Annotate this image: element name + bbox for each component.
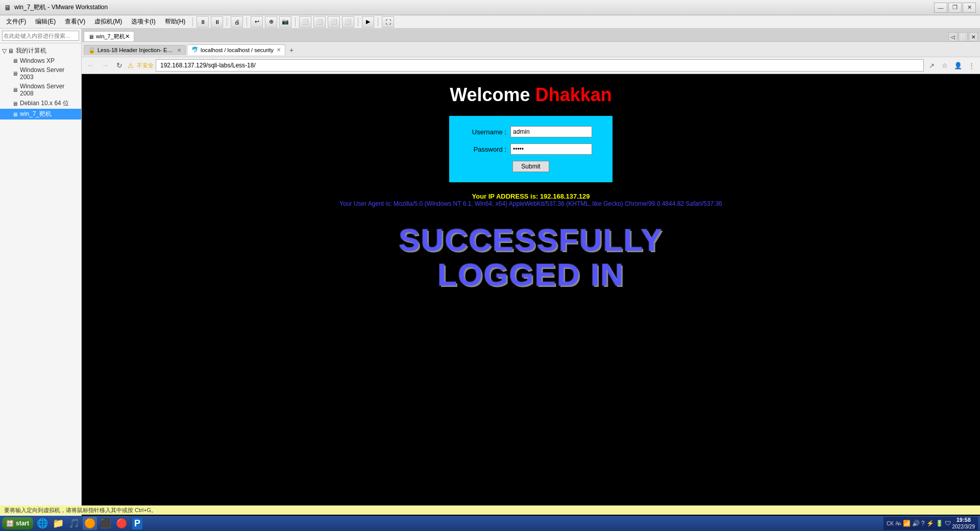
tray-sound[interactable]: 🔊 [912,520,920,527]
menu-view[interactable]: 查看(V) [61,16,89,28]
sidebar-root-group[interactable]: ▽ 🖥 我的计算机 [0,45,81,56]
toolbar-section5: ▶ [361,16,375,28]
new-tab-button[interactable]: + [286,45,297,55]
back-button[interactable]: ← [85,59,97,71]
burp-icon: 🔴 [116,518,127,529]
menu-icon[interactable]: ⋮ [966,60,977,71]
fullscreen-btn[interactable]: ⛶ [382,16,394,28]
sidebar-item-label5: win_7_靶机 [20,110,52,118]
menu-tabs[interactable]: 选项卡(I) [127,16,159,28]
menu-file[interactable]: 文件(F) [2,16,30,28]
taskbar-app-p[interactable]: P [130,517,144,530]
vm-tab[interactable]: 🖥 win_7_靶机 ✕ [84,31,134,41]
window-btn4[interactable]: ⬜ [342,16,354,28]
toolbar-section3: ↩ ⊕ 📷 [250,16,292,28]
sidebar-item-win7[interactable]: 🖥 win_7_靶机 [0,109,81,119]
menu-edit[interactable]: 编辑(E) [31,16,60,28]
vm-icon5: 🖥 [12,111,18,117]
taskbar-app-burp[interactable]: 🔴 [114,517,129,530]
browser-tabs: 🔒 Less-18 Header Injection- Err... ✕ 🐬 l… [82,42,980,57]
taskbar-app-ie[interactable]: 🌐 [35,517,50,530]
tab-close-1[interactable]: ✕ [277,47,281,53]
username-input[interactable] [510,126,592,137]
tray-network[interactable]: 📶 [903,520,911,527]
browser-tab-0[interactable]: 🔒 Less-18 Header Injection- Err... ✕ [84,45,186,55]
taskbar-app-chrome[interactable]: 🟠 [83,517,97,530]
main-layout: ▽ 🖥 我的计算机 🖥 Windows XP 🖥 Windows Server … [0,29,980,516]
vm-icon4: 🖥 [12,101,18,107]
sidebar-item-debian[interactable]: 🖥 Debian 10.x 64 位 [0,98,81,109]
sidebar-item-win2003[interactable]: 🖥 Windows Server 2003 [0,65,81,82]
taskbar-app-explorer[interactable]: 📁 [51,517,65,530]
tab-ctrl-2[interactable]: ⬜ [959,32,968,41]
share-icon[interactable]: ↗ [926,60,937,71]
taskbar-app-terminal[interactable]: ⬛ [99,517,113,530]
tray-clock[interactable]: 19:58 2022/3/29 [952,517,975,529]
fwd-vm-btn[interactable]: ⊕ [265,16,277,28]
toolbar-separator5 [358,17,358,27]
sidebar-item-label3: Windows Server 2008 [20,83,79,97]
tray-input[interactable]: 🗛 [895,520,901,527]
minimize-button[interactable]: — [934,3,947,13]
dhakkan-text: Dhakkan [535,84,612,106]
tab-label-1: localhost / localhost / security [201,47,274,53]
username-label: Username : [470,128,506,136]
pause-btn[interactable]: ⏸ [197,16,209,28]
address-bar: ← → ↻ ⚠ 不安全 ↗ ☆ 👤 ⋮ [82,57,980,74]
sidebar-item-label: Windows XP [20,57,55,64]
toolbar-separator2 [227,17,227,27]
close-button[interactable]: ✕ [963,3,976,13]
media-icon: 🎵 [68,518,80,529]
tray-misc[interactable]: ⚡ [926,520,934,527]
tab-ctrl-1[interactable]: ◁ [948,32,958,41]
account-icon[interactable]: 👤 [952,60,964,71]
terminal-icon: ⬛ [100,518,111,529]
start-button[interactable]: 🪟 start [2,517,33,529]
address-input[interactable] [156,59,924,71]
ie-icon: 🌐 [37,518,48,529]
print-btn[interactable]: 🖨 [231,16,243,28]
window-btn2[interactable]: ⬜ [313,16,326,28]
menu-help[interactable]: 帮助(H) [161,16,190,28]
browser-tab-1[interactable]: 🐬 localhost / localhost / security ✕ [187,44,285,55]
forward-button[interactable]: → [99,59,111,71]
explorer-icon: 📁 [53,518,64,529]
pause2-btn[interactable]: ⏸ [211,16,223,28]
sidebar-search-input[interactable] [2,31,79,41]
browser-pane: 🖥 win_7_靶机 ✕ ◁ ⬜ ✕ 🔒 Less-18 Header Inje… [82,29,980,516]
restore-button[interactable]: ❐ [948,3,962,13]
send-btn[interactable]: ▶ [362,16,374,28]
toolbar-section: ⏸ ⏸ [196,16,224,28]
browser-content: Welcome Dhakkan Username : Password : Su… [82,74,980,516]
sidebar-item-win2008[interactable]: 🖥 Windows Server 2008 [0,82,81,98]
taskbar-app-media[interactable]: 🎵 [67,517,81,530]
tray-help[interactable]: ? [921,520,925,527]
tray-virus[interactable]: 🛡 [945,520,951,527]
start-logo: 🪟 [6,520,14,527]
vm-icon: 🖥 [12,58,18,64]
snap-btn[interactable]: 📷 [279,16,291,28]
sidebar-item-label2: Windows Server 2003 [20,66,79,81]
chrome-icon: 🟠 [84,518,95,529]
back-vm-btn[interactable]: ↩ [251,16,263,28]
password-input[interactable] [510,143,592,155]
tray-lang[interactable]: CK [887,521,894,526]
submit-button[interactable]: Submit [512,161,549,172]
titlebar-controls: — ❐ ✕ [934,3,976,13]
window-btn1[interactable]: ⬜ [299,16,311,28]
vm-tab-close[interactable]: ✕ [125,33,130,40]
sidebar-item-winxp[interactable]: 🖥 Windows XP [0,56,81,65]
window-btn3[interactable]: ⬜ [328,16,340,28]
taskbar-apps: 🌐 📁 🎵 🟠 ⬛ 🔴 P [35,517,144,530]
tab-ctrl-3[interactable]: ✕ [969,32,978,41]
my-computer-label: 我的计算机 [16,46,46,55]
vm-icon3: 🖥 [12,87,18,93]
toolbar-section4: ⬜ ⬜ ⬜ ⬜ [299,16,355,28]
refresh-button[interactable]: ↻ [113,59,126,71]
tray-power[interactable]: 🔋 [936,520,943,527]
bookmark-icon[interactable]: ☆ [939,60,950,71]
menu-vm[interactable]: 虚拟机(M) [90,16,126,28]
tab-label-0: Less-18 Header Injection- Err... [97,47,174,53]
tab-close-0[interactable]: ✕ [177,47,181,53]
security-warning-text: 不安全 [137,62,154,69]
